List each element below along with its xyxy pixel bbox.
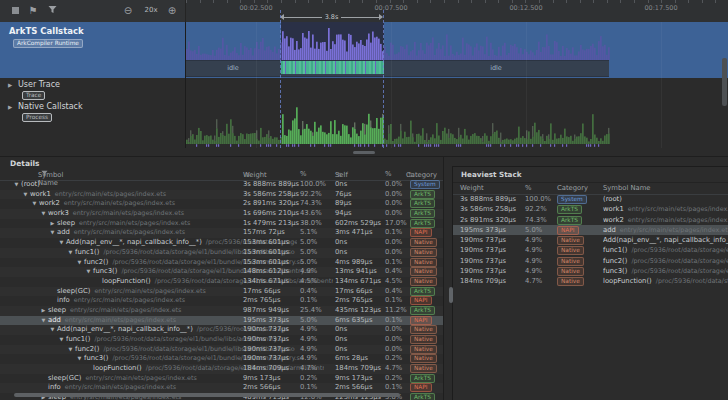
table-row[interactable]: 190ms 737μs4.9%Nativefunc2()/proc/5936/r… (453, 256, 728, 266)
flag-icon[interactable]: ⚑ (27, 5, 39, 17)
self-value: 184ms 709μs (335, 364, 383, 374)
table-row[interactable]: 190ms 737μs4.9%Nativefunc1()/proc/5936/r… (453, 245, 728, 255)
table-row[interactable]: 2s 891ms 320μs74.3%ArkTSwork2entry/src/m… (453, 215, 728, 225)
table-row[interactable]: infoentry/src/main/ets/pages/index.ets2m… (0, 383, 443, 393)
native-activity-chart[interactable] (186, 100, 728, 148)
weight-value: 184ms 709μs (243, 364, 298, 374)
table-row[interactable]: 184ms 709μs4.7%NativeloopFunction()/proc… (453, 276, 728, 286)
timeline-ruler[interactable]: 00:02.50000:07.50000:12.50000:17.500 (185, 0, 728, 23)
expand-arrow-icon[interactable]: ▼ (66, 345, 75, 355)
expand-arrow-icon[interactable]: ▶ (8, 82, 12, 88)
splitter-grip[interactable] (353, 151, 375, 154)
track-user-trace[interactable]: ▶ User Trace Trace (0, 80, 185, 102)
column-pct[interactable]: % (525, 184, 531, 192)
details-table-body: ▼(root)3s 888ms 889μs100.0%0ns0.0%System… (0, 180, 443, 400)
symbol-name: (root) (21, 180, 40, 188)
table-row[interactable]: 195ms 373μs5.0%NAPIaddentry/src/main/ets… (453, 225, 728, 235)
table-row[interactable]: ▶sleepentry/src/main/ets/pages/index.ets… (0, 219, 443, 229)
table-row[interactable]: ▼addentry/src/main/ets/pages/index.ets19… (0, 316, 443, 326)
column-weight[interactable]: Weight (460, 184, 484, 192)
arkts-activity-chart[interactable] (186, 22, 728, 60)
table-row[interactable]: 3s 586ms 258μs92.2%ArkTSwork1entry/src/m… (453, 204, 728, 214)
expand-arrow-icon[interactable]: ▼ (75, 354, 84, 364)
table-row[interactable]: loopFunction()/proc/5936/root/data/stora… (0, 277, 443, 287)
arkts-activity-track[interactable]: idle idle (186, 22, 728, 78)
zoom-in-icon[interactable]: ⊕ (166, 5, 178, 17)
expand-arrow-icon[interactable]: ▶ (8, 104, 12, 110)
user-trace-track[interactable] (186, 78, 728, 101)
expand-arrow-icon[interactable]: ▼ (12, 180, 21, 190)
expand-arrow-icon[interactable]: ▼ (39, 209, 48, 219)
table-row[interactable]: ▼work2entry/src/main/ets/pages/index.ets… (0, 199, 443, 209)
column-self-pct[interactable]: % (385, 170, 391, 178)
table-row[interactable]: ▶sleepentry/src/main/ets/pages/index.ets… (0, 306, 443, 316)
expand-arrow-icon[interactable]: ▼ (84, 267, 93, 277)
native-activity-track[interactable] (186, 100, 728, 148)
expand-arrow-icon[interactable]: ▶ (39, 306, 48, 316)
arkts-idle-strip[interactable]: idle idle (186, 60, 609, 77)
table-row[interactable]: sleep(GC)entry/src/main/ets/pages/index.… (0, 287, 443, 297)
column-symbol-name[interactable]: Symbol Name (603, 184, 651, 192)
expand-arrow-icon[interactable]: ▼ (75, 258, 84, 268)
expand-arrow-icon[interactable]: ▶ (48, 219, 57, 229)
track-native-callstack[interactable]: ▶ Native Callstack Process (0, 102, 185, 126)
self-pct: 0.0% (385, 199, 410, 209)
details-horizontal-scrollbar[interactable] (14, 393, 400, 397)
table-row[interactable]: ▼func1()/proc/5936/root/data/storage/el1… (0, 248, 443, 258)
category-badge: ArkTS (557, 205, 582, 214)
table-row[interactable]: loopFunction()/proc/5936/root/data/stora… (0, 364, 443, 374)
weight-pct: 5.0% (300, 258, 333, 268)
tracks-chart-area[interactable]: idle idle (186, 22, 728, 148)
panel-splitter-grip[interactable] (449, 287, 453, 303)
weight-value: 9ms 173μs (243, 374, 298, 384)
tracks-vertical-scrollbar[interactable] (722, 58, 727, 106)
table-row[interactable]: ▼work3entry/src/main/ets/pages/index.ets… (0, 209, 443, 219)
expand-arrow-icon[interactable]: ▼ (48, 228, 57, 238)
weight-value: 190ms 737μs (243, 325, 298, 335)
selection-end-line[interactable] (383, 10, 384, 148)
weight-pct: 4.9% (525, 245, 555, 255)
table-row[interactable]: 190ms 737μs4.9%Nativefunc3()/proc/5936/r… (453, 266, 728, 276)
weight-pct: 100.0% (525, 194, 555, 204)
table-row[interactable]: infoentry/src/main/ets/pages/index.ets2m… (0, 296, 443, 306)
table-row[interactable]: ▼func3()/proc/5936/root/data/storage/el1… (0, 267, 443, 277)
stop-icon[interactable] (9, 5, 21, 17)
expand-arrow-icon[interactable]: ▼ (39, 316, 48, 326)
selection-range-indicator[interactable]: 3.8s (280, 13, 383, 21)
busy-band[interactable] (281, 61, 384, 74)
table-row[interactable]: ▼func1()/proc/5936/root/data/storage/el1… (0, 335, 443, 345)
table-row[interactable]: ▼func3()/proc/5936/root/data/storage/el1… (0, 354, 443, 364)
heaviest-table-body: 3s 888ms 889μs100.0%System(root)3s 586ms… (453, 194, 728, 287)
table-row[interactable]: ▼Add(napi_env__*, napi_callback_info__*)… (0, 325, 443, 335)
expand-arrow-icon[interactable]: ▼ (57, 238, 66, 248)
table-row[interactable]: ▼func2()/proc/5936/root/data/storage/el1… (0, 258, 443, 268)
ruler-tick-label: 00:12.500 (509, 4, 542, 12)
horizontal-splitter[interactable] (0, 148, 728, 156)
table-row[interactable]: ▼addentry/src/main/ets/pages/index.ets15… (0, 228, 443, 238)
table-row[interactable]: ▼work1entry/src/main/ets/pages/index.ets… (0, 190, 443, 200)
self-value: 0ns (335, 335, 383, 345)
expand-arrow-icon[interactable]: ▼ (21, 190, 30, 200)
expand-arrow-icon[interactable]: ▼ (66, 248, 75, 258)
column-category[interactable]: Category (557, 184, 588, 192)
details-title: Details (10, 159, 40, 168)
expand-arrow-icon[interactable]: ▼ (48, 325, 57, 335)
zoom-out-icon[interactable]: ⊖ (122, 5, 134, 17)
weight-value: 190ms 737μs (460, 256, 522, 266)
table-row[interactable]: ▼Add(napi_env__*, napi_callback_info__*)… (0, 238, 443, 248)
table-row[interactable]: ▼func2()/proc/5936/root/data/storage/el1… (0, 345, 443, 355)
filter-icon[interactable] (46, 5, 58, 17)
table-row[interactable]: sleep(GC)entry/src/main/ets/pages/index.… (0, 374, 443, 384)
selection-start-line[interactable] (280, 10, 281, 148)
column-symbol-name[interactable]: Symbol Name (38, 170, 48, 179)
weight-value: 153ms 601μs (243, 258, 298, 268)
self-pct: 0.1% (385, 316, 410, 326)
column-weight-pct[interactable]: % (300, 170, 306, 178)
table-row[interactable]: 190ms 737μs4.9%NativeAdd(napi_env__*, na… (453, 235, 728, 245)
table-row[interactable]: ▼(root)3s 888ms 889μs100.0%0ns0.0%System (0, 180, 443, 190)
column-filter-icon[interactable] (41, 170, 48, 177)
table-row[interactable]: 3s 888ms 889μs100.0%System(root) (453, 194, 728, 204)
expand-arrow-icon[interactable]: ▼ (30, 199, 39, 209)
track-arkts-callstack[interactable]: ArkTS Callstack ArkCompiler Runtime (0, 22, 185, 78)
expand-arrow-icon[interactable]: ▼ (57, 335, 66, 345)
